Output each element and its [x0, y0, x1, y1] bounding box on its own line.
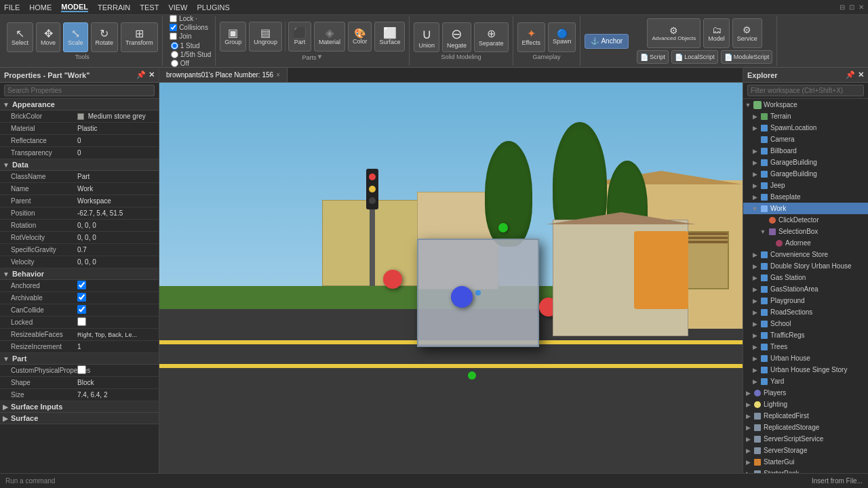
parts-expand[interactable]: ▼	[316, 53, 323, 60]
tree-item-double-story[interactable]: ▶ Double Story Urban House	[743, 260, 868, 272]
archivable-checkbox[interactable]	[77, 293, 86, 302]
menu-terrain[interactable]: TERRAIN	[98, 3, 130, 12]
move-button[interactable]: Move	[36, 22, 60, 52]
part-section-header[interactable]: ▼ Part	[0, 353, 159, 365]
tree-item-players[interactable]: ▶ Players	[743, 387, 868, 399]
props-close-icon[interactable]: ✕	[149, 70, 155, 79]
tree-item-trees[interactable]: ▶ Trees	[743, 341, 868, 352]
tree-item-terrain[interactable]: ▶ Terrain	[743, 110, 868, 122]
stud-1-radio[interactable]	[171, 42, 178, 49]
menu-test[interactable]: TEST	[140, 3, 159, 12]
tree-item-baseplate[interactable]: ▶ Baseplate	[743, 191, 868, 203]
customphysical-checkbox[interactable]	[77, 365, 86, 374]
tree-item-replicatedfirst[interactable]: ▶ ReplicatedFirst	[743, 410, 868, 422]
join-checkbox[interactable]	[170, 33, 177, 40]
tree-item-replicatedstorage[interactable]: ▶ ReplicatedStorage	[743, 422, 868, 433]
appearance-section-header[interactable]: ▼ Appearance	[0, 99, 159, 110]
data-section-header[interactable]: ▼ Data	[0, 159, 159, 171]
insert-from-file[interactable]: Insert from File...	[812, 477, 863, 485]
run-command[interactable]: Run a command	[5, 477, 55, 485]
separate-button[interactable]: ⊕ Separate	[474, 22, 509, 52]
tree-item-garagebuilding-1[interactable]: ▶ GarageBuilding	[743, 157, 868, 168]
tree-item-workspace[interactable]: ▼ Workspace	[743, 99, 868, 110]
explorer-close-icon[interactable]: ✕	[858, 70, 864, 79]
search-properties-input[interactable]	[4, 85, 155, 96]
part-button[interactable]: Part	[288, 22, 311, 52]
tree-item-lighting[interactable]: ▶ Lighting	[743, 399, 868, 410]
tree-item-serverscriptservice[interactable]: ▶ ServerScriptService	[743, 433, 868, 445]
behavior-section-header[interactable]: ▼ Behavior	[0, 268, 159, 280]
group-button[interactable]: Group	[220, 22, 246, 52]
effects-button[interactable]: Effects	[517, 22, 545, 52]
explorer-pin-icon[interactable]: 📌	[846, 70, 855, 79]
tree-item-urban-house[interactable]: ▶ Urban House	[743, 352, 868, 364]
tree-item-startergui[interactable]: ▶ StarterGui	[743, 456, 868, 468]
stud-off-radio[interactable]	[171, 60, 178, 67]
tree-item-selectionbox[interactable]: ▼ SelectionBox	[743, 226, 868, 237]
negate-button[interactable]: ⊖ Negate	[442, 22, 471, 52]
service-icon: ⚙	[743, 24, 751, 35]
tree-item-convenience-store[interactable]: ▶ Convenience Store	[743, 249, 868, 260]
explorer-search-input[interactable]	[747, 85, 864, 96]
model-icon: 🗂	[712, 24, 722, 35]
lock-checkbox[interactable]	[170, 15, 177, 22]
union-button[interactable]: ∪ Union	[414, 22, 439, 52]
tree-item-roadsections[interactable]: ▶ RoadSections	[743, 306, 868, 318]
tree-item-camera[interactable]: Camera	[743, 134, 868, 145]
menu-view[interactable]: VIEW	[168, 3, 187, 12]
scale-button[interactable]: Scale	[63, 22, 88, 52]
props-pin-icon[interactable]: 📌	[136, 70, 146, 79]
surface-button[interactable]: Surface	[374, 22, 405, 52]
locked-checkbox[interactable]	[77, 317, 86, 326]
model-button[interactable]: 🗂 Model	[703, 18, 730, 48]
rotate-button[interactable]: Rotate	[91, 22, 119, 52]
tree-item-playground[interactable]: ▶ Playground	[743, 295, 868, 306]
script-button[interactable]: 📄 Script	[637, 50, 669, 64]
tree-item-starterpack[interactable]: ▶ StarterPack	[743, 468, 868, 473]
color-icon	[354, 28, 366, 38]
tree-item-jeep[interactable]: ▶ Jeep	[743, 180, 868, 191]
tree-item-billboard[interactable]: ▶ Billboard	[743, 145, 868, 157]
union-icon: ∪	[422, 26, 432, 42]
material-button[interactable]: Material	[314, 22, 345, 52]
menu-file[interactable]: FILE	[4, 3, 20, 12]
local-script-button[interactable]: 📄 LocalScript	[671, 50, 718, 64]
service-button[interactable]: ⚙ Service	[732, 18, 762, 48]
surface-section-header[interactable]: ▶ Surface	[0, 413, 159, 424]
module-script-button[interactable]: 📄 ModuleScript	[721, 50, 773, 64]
menu-home[interactable]: HOME	[29, 3, 52, 12]
tree-item-urban-house-singe[interactable]: ▶ Urban House Singe Story	[743, 364, 868, 375]
tree-item-garagebuilding-2[interactable]: ▶ GarageBuilding	[743, 168, 868, 180]
tree-item-clickdetector[interactable]: ClickDetector	[743, 214, 868, 226]
ungroup-icon	[260, 28, 271, 39]
tree-item-yard[interactable]: ▶ Yard	[743, 375, 868, 387]
tab-close-button[interactable]: ×	[276, 71, 280, 79]
spawn-button[interactable]: Spawn	[548, 22, 576, 52]
color-button[interactable]: Color	[348, 22, 372, 52]
viewport-tab-bar: brownpants01's Place Number: 156 ×	[159, 68, 743, 83]
transform-button[interactable]: Transform	[121, 22, 158, 52]
collisions-checkbox[interactable]	[170, 24, 177, 31]
tree-item-spawnlocation[interactable]: ▶ SpawnLocation	[743, 122, 868, 134]
tree-item-adornee[interactable]: Adornee	[743, 237, 868, 249]
tree-item-school[interactable]: ▶ School	[743, 318, 868, 329]
traffic-light	[366, 169, 378, 209]
stud-15-radio[interactable]	[171, 51, 178, 58]
tree-item-serverstorage[interactable]: ▶ ServerStorage	[743, 445, 868, 456]
viewport-tab[interactable]: brownpants01's Place Number: 156 ×	[159, 68, 288, 82]
ungroup-button[interactable]: Ungroup	[249, 22, 282, 52]
cancollide-checkbox[interactable]	[77, 305, 86, 314]
tree-item-gasstation[interactable]: ▶ Gas Station	[743, 272, 868, 283]
tree-item-trafficregs[interactable]: ▶ TrafficRegs	[743, 329, 868, 341]
surface-inputs-section-header[interactable]: ▶ Surface Inputs	[0, 401, 159, 413]
anchored-checkbox[interactable]	[77, 281, 86, 289]
advanced-objects-button[interactable]: ⚙ Advanced Objects	[647, 18, 701, 48]
select-button[interactable]: Select	[7, 22, 33, 52]
menu-model[interactable]: MODEL	[61, 3, 88, 12]
menu-plugins[interactable]: PLUGINS	[197, 3, 230, 12]
viewport-canvas[interactable]	[159, 83, 743, 473]
tree-item-work[interactable]: ▼ Work	[743, 203, 868, 214]
anchor-button[interactable]: ⚓ Anchor	[585, 34, 629, 49]
part-center-handle	[475, 290, 481, 296]
tree-item-gasstationarea[interactable]: ▶ GasStationArea	[743, 283, 868, 295]
